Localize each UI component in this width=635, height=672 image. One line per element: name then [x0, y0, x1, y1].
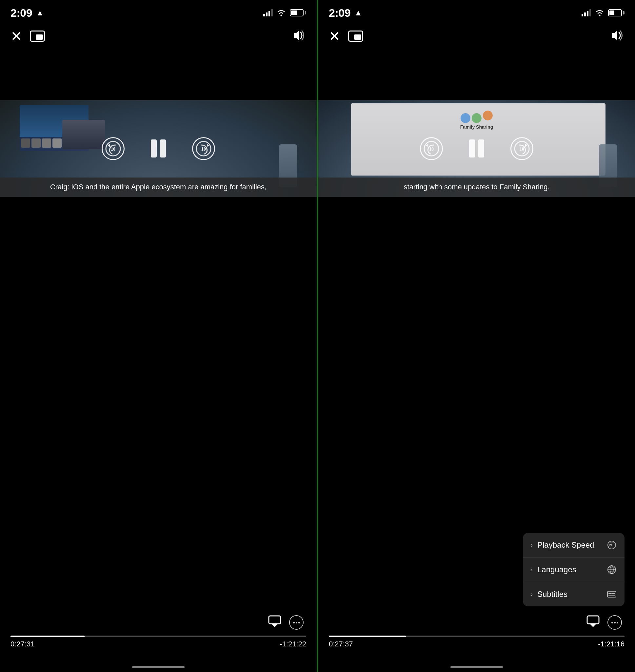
status-bar-left: 2:09 ▲ [0, 0, 317, 23]
video-frame-left: 10 10 [0, 100, 317, 197]
playback-overlay-right: 10 10 [420, 137, 533, 160]
progress-container-left: 0:27:31 -1:21:22 [10, 635, 306, 648]
pause-btn-left[interactable] [151, 140, 166, 158]
subtitle-bar-right: starting with some updates to Family Sha… [318, 177, 635, 197]
progress-fill-right [329, 635, 406, 637]
playback-menu: › Playback Speed › Languages [523, 533, 625, 606]
close-button-right[interactable]: ✕ [329, 28, 340, 44]
bottom-area-right: 0:27:37 -1:21:16 [318, 615, 635, 672]
wifi-icon-left [277, 9, 286, 16]
svg-rect-8 [269, 616, 281, 624]
svg-marker-11 [612, 30, 617, 40]
top-controls-right-buttons: ✕ [329, 28, 363, 44]
subtitle-bar-left: Craig: iOS and the entire Apple ecosyste… [0, 177, 317, 197]
status-time-right: 2:09 [329, 6, 350, 19]
laptop-left [62, 120, 105, 149]
pip-icon-left[interactable] [30, 30, 45, 42]
chevron-icon-playback: › [531, 542, 533, 549]
airplay-icon-left [268, 615, 281, 627]
time-remaining-left: -1:21:22 [280, 640, 306, 648]
time-remaining-right: -1:21:16 [598, 640, 625, 648]
time-current-right: 0:27:37 [329, 640, 353, 648]
volume-button-right[interactable] [610, 29, 625, 43]
status-time-left: 2:09 [10, 6, 32, 19]
left-panel: 2:09 ▲ ✕ [0, 0, 317, 672]
airplay-button-left[interactable] [268, 615, 281, 630]
signal-bars-left [263, 9, 273, 16]
svg-marker-1 [294, 30, 299, 40]
volume-icon-right [610, 29, 625, 41]
subtitles-icon [607, 589, 617, 599]
pause-btn-right[interactable] [469, 140, 484, 158]
menu-item-left-languages: › Languages [531, 565, 576, 574]
battery-icon-right [608, 9, 625, 16]
skip-forward-btn-left[interactable]: 10 [192, 137, 215, 160]
status-bar-right: 2:09 ▲ [318, 0, 635, 23]
menu-item-left-subtitles: › Subtitles [531, 590, 567, 599]
bottom-icons-left [10, 615, 306, 630]
more-button-left[interactable] [289, 615, 304, 630]
volume-icon-left [292, 29, 306, 41]
svg-point-19 [611, 544, 612, 546]
svg-point-0 [281, 15, 282, 16]
playback-overlay-left: 10 10 [102, 137, 215, 160]
menu-item-playback-speed[interactable]: › Playback Speed [523, 533, 625, 558]
close-button-left[interactable]: ✕ [10, 28, 22, 44]
progress-fill-left [10, 635, 85, 637]
wifi-icon-right [595, 9, 604, 16]
top-controls-left-buttons: ✕ [10, 28, 45, 44]
svg-text:10: 10 [111, 147, 115, 152]
pip-icon-right[interactable] [348, 30, 363, 42]
progress-track-left[interactable] [10, 635, 306, 637]
home-indicator-left [132, 666, 184, 668]
top-controls-right: ✕ [318, 23, 635, 49]
more-button-right[interactable] [608, 615, 622, 630]
svg-text:10: 10 [429, 147, 434, 152]
svg-text:10: 10 [520, 147, 524, 152]
location-icon-left: ▲ [36, 8, 44, 17]
menu-item-subtitles[interactable]: › Subtitles [523, 582, 625, 606]
airplay-icon-right [587, 615, 599, 627]
globe-icon [607, 565, 617, 574]
menu-item-languages[interactable]: › Languages [523, 558, 625, 582]
svg-rect-25 [608, 591, 616, 597]
status-right-right-side [582, 9, 625, 16]
bottom-area-left: 0:27:31 -1:21:22 [0, 615, 317, 672]
status-left: 2:09 ▲ [10, 6, 44, 19]
svg-text:10: 10 [201, 147, 206, 152]
status-right-left [263, 9, 306, 16]
svg-rect-30 [587, 616, 599, 624]
skip-forward-btn-right[interactable]: 10 [510, 137, 533, 160]
chevron-icon-languages: › [531, 566, 533, 573]
menu-item-left-playback: › Playback Speed [531, 541, 594, 550]
video-frame-right: Family Sharing 10 [318, 100, 635, 197]
time-current-left: 0:27:31 [10, 640, 35, 648]
time-row-right: 0:27:37 -1:21:16 [329, 640, 625, 648]
chevron-icon-subtitles: › [531, 591, 533, 598]
airplay-button-right[interactable] [587, 615, 599, 630]
location-icon-right: ▲ [354, 8, 362, 17]
svg-point-10 [599, 15, 600, 16]
status-right-left-side: 2:09 ▲ [329, 6, 362, 19]
volume-button-left[interactable] [292, 29, 306, 43]
signal-bars-right [582, 9, 591, 16]
playback-speed-label: Playback Speed [537, 541, 594, 550]
speedometer-icon [607, 540, 617, 550]
home-indicator-right [451, 666, 503, 668]
family-sharing-logo: Family Sharing [460, 113, 493, 130]
right-panel: 2:09 ▲ ✕ [318, 0, 635, 672]
skip-back-btn-left[interactable]: 10 [102, 137, 125, 160]
skip-back-btn-right[interactable]: 10 [420, 137, 443, 160]
time-row-left: 0:27:31 -1:21:22 [10, 640, 306, 648]
svg-marker-31 [590, 624, 596, 627]
progress-track-right[interactable] [329, 635, 625, 637]
bottom-icons-right [329, 615, 625, 630]
battery-icon-left [290, 9, 306, 16]
subtitles-label: Subtitles [537, 590, 567, 599]
languages-label: Languages [537, 565, 576, 574]
top-controls-left: ✕ [0, 23, 317, 49]
svg-marker-9 [271, 624, 278, 627]
progress-container-right: 0:27:37 -1:21:16 [329, 635, 625, 648]
